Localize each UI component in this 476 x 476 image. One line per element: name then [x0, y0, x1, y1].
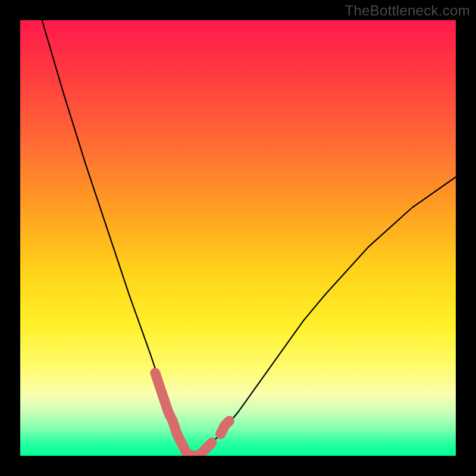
plot-area — [20, 20, 456, 456]
curve-layer — [20, 20, 456, 456]
highlight-segment-right — [221, 421, 230, 434]
highlight-segment-bottom — [181, 443, 212, 456]
bottleneck-curve — [42, 20, 456, 456]
highlight-segment-left — [155, 373, 181, 443]
watermark-text: TheBottleneck.com — [345, 2, 470, 19]
chart-frame: TheBottleneck.com — [0, 0, 476, 476]
